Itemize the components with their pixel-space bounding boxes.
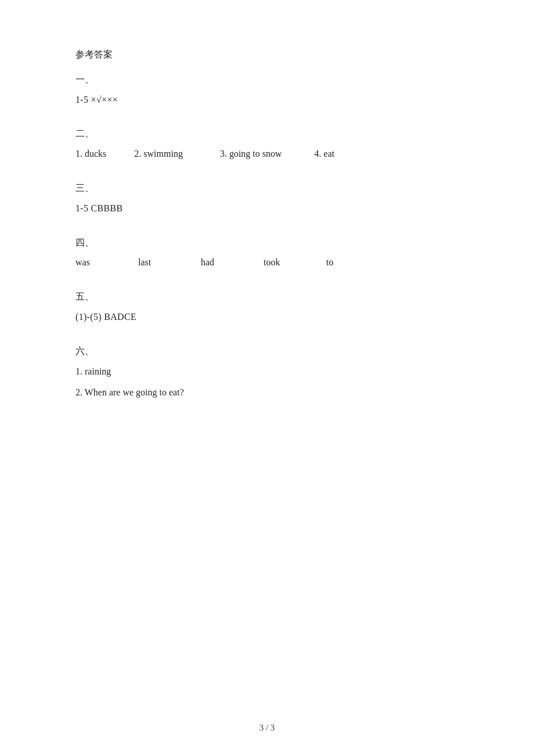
section2-heading: 二、 (75, 125, 459, 142)
section2-item2: 2. swimming (134, 146, 183, 163)
section2-answers: 1. ducks 2. swimming 3. going to snow 4.… (75, 146, 459, 163)
section4-item1: was (75, 254, 110, 271)
section2-item1: 1. ducks (75, 146, 106, 163)
section5-heading: 五、 (75, 289, 459, 305)
section3-heading: 三、 (75, 180, 459, 197)
section5-answers: (1)-(5) BADCE (75, 309, 459, 326)
section4-answers: was last had took to (75, 254, 459, 271)
section1-heading: 一、 (75, 71, 459, 88)
section4-heading: 四、 (75, 235, 459, 251)
section6-heading: 六、 (75, 343, 459, 360)
section2-item3: 3. going to snow (220, 146, 282, 163)
section4-item4: took (264, 254, 298, 271)
section1-answers: 1-5 ×√××× (75, 92, 459, 109)
page-footer: 3 / 3 (0, 723, 534, 733)
section4-item5: to (326, 254, 361, 271)
main-title: 参考答案 (75, 46, 459, 63)
section3-answers: 1-5 CBBBB (75, 200, 459, 217)
section6-item1: 1. raining (75, 363, 459, 380)
section2-item4: 4. eat (315, 146, 335, 163)
section6-item2: 2. When are we going to eat? (75, 384, 459, 401)
section4-item2: last (138, 254, 173, 271)
section4-item3: had (201, 254, 236, 271)
